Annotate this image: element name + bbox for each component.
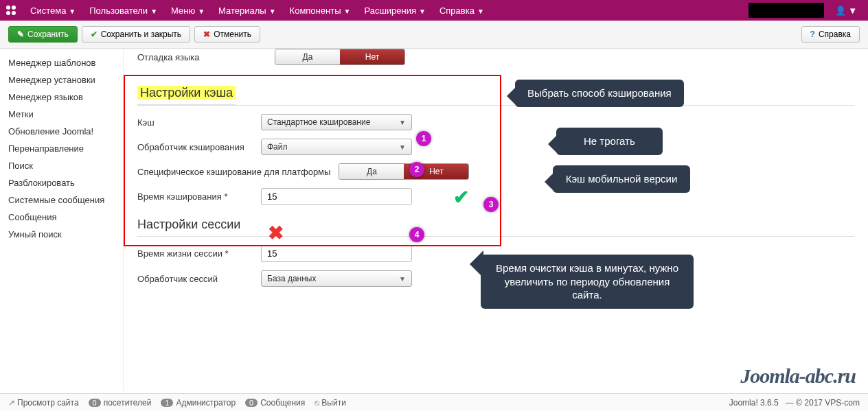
cancel-icon: ✖ (203, 30, 210, 39)
sidebar-item[interactable]: Менеджер установки (8, 71, 115, 89)
chevron-down-icon: ▼ (399, 143, 406, 151)
sidebar-item[interactable]: Системные сообщения (8, 191, 115, 209)
annotation-bubble-1: 1 (416, 131, 431, 146)
callout-2: Не трогать (556, 128, 663, 155)
nav-menu[interactable]: Меню▼ (164, 2, 212, 19)
external-link-icon: ↗ (8, 398, 15, 408)
sidebar-item[interactable]: Обновление Joomla! (8, 123, 115, 140)
session-handler-label: Обработчик сессий (137, 274, 261, 284)
save-button[interactable]: ✎Сохранить (8, 26, 78, 43)
session-section-title: Настройки сессии (137, 218, 854, 237)
session-life-input[interactable] (261, 245, 412, 262)
annotation-bubble-2: 2 (409, 162, 424, 177)
sidebar-item[interactable]: Метки (8, 106, 115, 123)
user-menu[interactable]: 👤 ▼ (828, 2, 865, 19)
toggle-yes[interactable]: Да (339, 164, 404, 179)
help-icon: ? (810, 30, 815, 39)
caret-down-icon: ▼ (477, 8, 484, 15)
caret-down-icon: ▼ (269, 8, 276, 15)
status-bar: ↗Просмотр сайта 0посетителей 1Администра… (0, 393, 868, 411)
session-handler-select[interactable]: База данных▼ (261, 270, 412, 287)
chevron-down-icon: ▼ (399, 119, 406, 126)
toggle-no[interactable]: Нет (340, 49, 404, 64)
callout-4: Время очистки кэша в минутах, нужно увел… (481, 255, 694, 309)
svg-point-2 (6, 11, 10, 15)
cache-label: Кэш (137, 117, 261, 128)
sidebar-item[interactable]: Менеджер шаблонов (8, 54, 115, 71)
watermark: Joomla-abc.ru (740, 364, 856, 388)
cancel-button[interactable]: ✖Отменить (194, 26, 260, 43)
cache-row: Кэш Стандартное кэширование▼ (137, 114, 854, 130)
sidebar-item[interactable]: Умный поиск (8, 226, 115, 243)
chevron-down-icon: ▼ (399, 275, 406, 283)
cache-section-title: Настройки кэша (137, 86, 236, 105)
cache-handler-label: Обработчик кэширования (137, 142, 261, 152)
callout-1: Выбрать способ кэширования (515, 80, 684, 107)
sidebar-item[interactable]: Менеджер языков (8, 89, 115, 106)
cache-time-input[interactable] (261, 188, 412, 205)
sidebar-item[interactable]: Поиск (8, 157, 115, 174)
lang-debug-label: Отладка языка (137, 52, 261, 62)
svg-point-3 (12, 11, 16, 15)
nav-users[interactable]: Пользователи▼ (82, 2, 164, 19)
caret-down-icon: ▼ (848, 5, 857, 16)
lang-debug-toggle[interactable]: Да Нет (275, 49, 405, 65)
top-nav: Система▼ Пользователи▼ Меню▼ Материалы▼ … (0, 0, 868, 21)
cache-handler-select[interactable]: Файл▼ (261, 139, 412, 155)
cache-select[interactable]: Стандартное кэширование▼ (261, 114, 412, 130)
sidebar-item[interactable]: Перенаправление (8, 140, 115, 157)
session-life-label: Время жизни сессии * (137, 248, 261, 259)
version-text: Joomla! 3.6.5 — © 2017 VPS-com (729, 398, 860, 408)
annotation-bubble-4: 4 (409, 227, 424, 242)
platform-cache-toggle[interactable]: Да Нет (339, 163, 469, 180)
joomla-logo-icon (4, 3, 18, 17)
nav-components[interactable]: Компоненты▼ (283, 2, 358, 19)
user-icon: 👤 (835, 5, 846, 16)
caret-down-icon: ▼ (69, 8, 76, 15)
lang-debug-row: Отладка языка Да Нет (137, 49, 854, 65)
check-icon: ✔ (91, 30, 98, 39)
annotation-x-icon: ✖ (268, 222, 284, 244)
annotation-check-icon: ✔ (453, 186, 469, 209)
check-icon: ✎ (17, 30, 24, 39)
caret-down-icon: ▼ (344, 8, 351, 15)
cache-time-label: Время кэширования * (137, 191, 261, 202)
help-button[interactable]: ?Справка (801, 26, 860, 43)
toggle-yes[interactable]: Да (275, 49, 340, 64)
cache-handler-row: Обработчик кэширования Файл▼ (137, 139, 854, 155)
preview-site-link[interactable]: ↗Просмотр сайта (8, 398, 79, 408)
logout-link[interactable]: ⎋Выйти (315, 398, 346, 408)
action-toolbar: ✎Сохранить ✔Сохранить и закрыть ✖Отменит… (0, 21, 868, 49)
sidebar-item[interactable]: Сообщения (8, 209, 115, 226)
nav-extensions[interactable]: Расширения▼ (357, 2, 433, 19)
admin-count[interactable]: 1Администратор (161, 398, 236, 408)
platform-cache-row: Специфическое кэширование для платформы … (137, 163, 854, 180)
visitors-count[interactable]: 0посетителей (89, 398, 152, 408)
save-close-button[interactable]: ✔Сохранить и закрыть (82, 26, 190, 43)
svg-point-0 (6, 5, 10, 10)
site-name-redacted (749, 3, 824, 18)
caret-down-icon: ▼ (198, 8, 205, 15)
main-area: Менеджер шаблонов Менеджер установки Мен… (0, 49, 868, 391)
annotation-bubble-3: 3 (483, 197, 499, 212)
caret-down-icon: ▼ (150, 8, 157, 15)
nav-help[interactable]: Справка▼ (433, 2, 491, 19)
caret-down-icon: ▼ (419, 8, 426, 15)
nav-content[interactable]: Материалы▼ (212, 2, 283, 19)
platform-cache-label: Специфическое кэширование для платформы (137, 167, 330, 177)
nav-system[interactable]: Система▼ (23, 2, 82, 19)
callout-3: Кэш мобильной версии (553, 165, 690, 193)
svg-point-1 (12, 5, 16, 10)
sidebar: Менеджер шаблонов Менеджер установки Мен… (0, 49, 124, 391)
logout-icon: ⎋ (315, 398, 319, 408)
sidebar-item[interactable]: Разблокировать (8, 174, 115, 191)
messages-link[interactable]: 0Сообщения (245, 398, 305, 408)
content-panel: Отладка языка Да Нет Настройки кэша Кэш … (124, 49, 868, 391)
